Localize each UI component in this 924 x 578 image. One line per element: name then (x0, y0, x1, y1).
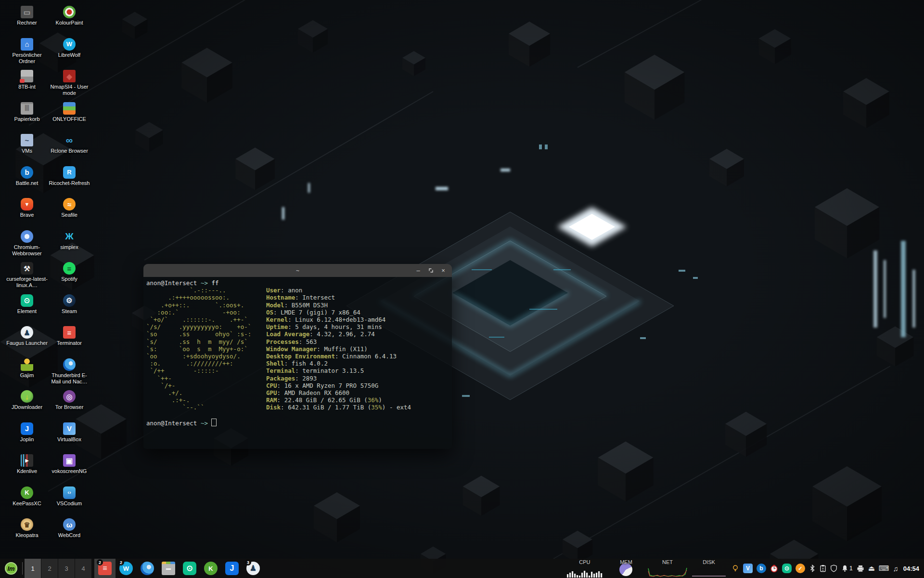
fetch-info-label: Disk (266, 404, 281, 411)
fetch-info-percent: 36% (368, 396, 379, 404)
desktop-icon-papierkorb[interactable]: ⅢPapierkorb (6, 101, 48, 133)
wallpaper-art (0, 0, 924, 578)
fetch-info-line: Model: B550M DS3H (266, 302, 411, 309)
desktop-icon-label: LibreWolf (58, 52, 80, 58)
taskbar-app-element[interactable]: ⊙ (179, 559, 200, 578)
workspace-button-2[interactable]: 2 (41, 559, 58, 578)
desktop-icon-label: Element (17, 308, 37, 315)
desktop-icon-battle-net[interactable]: bBattle.net (6, 165, 48, 197)
desktop-icon-pers-nlicher-ordner[interactable]: ⌂Persönlicher Ordner (6, 37, 48, 69)
desktop-icon-webcord[interactable]: ωWebCord (48, 517, 90, 550)
desktop-icon-rechner[interactable]: ▭Rechner (6, 5, 48, 37)
jdownloader-icon: ↓ (21, 390, 33, 403)
desktop-icon-chromium-webbrowser[interactable]: Chromium-Webbrowser (6, 229, 48, 262)
virtualbox-icon: V (63, 422, 76, 435)
mint-menu-button[interactable]: lm (0, 559, 22, 578)
desktop-icon-label: vokoscreenNG (52, 468, 87, 474)
timer-icon[interactable] (768, 559, 780, 578)
desktop-icon-joplin[interactable]: JJoplin (6, 421, 48, 454)
workspace-button-1[interactable]: 1 (25, 559, 41, 578)
desktop-icon-thunderbird-e-mail-und-nac[interactable]: Thunderbird E-Mail und Nac… (48, 357, 90, 390)
taskbar-app-librewolf[interactable]: 2W (116, 559, 137, 578)
desktop-icon-label: Joplin (20, 436, 34, 443)
prompt-symbol: ~> (201, 420, 208, 427)
monitor-mem[interactable]: MEM (605, 559, 647, 578)
taskbar-app-joplin[interactable]: J (221, 559, 243, 578)
desktop-icon-label: VSCodium (57, 500, 82, 507)
workspace-button-3[interactable]: 3 (58, 559, 75, 578)
curseforge-icon: ⚒ (21, 262, 33, 275)
desktop-icon-vscodium[interactable]: ‹›VSCodium (48, 486, 90, 518)
kolourpaint-icon (63, 6, 76, 18)
bell-icon[interactable]: 1 (839, 559, 855, 578)
printer-icon[interactable] (855, 559, 866, 578)
taskbar-app-terminator[interactable]: 2≡ (94, 559, 116, 578)
bluetooth-icon[interactable] (807, 559, 818, 578)
desktop-icon-jdownloader[interactable]: ↓JDownloader (6, 389, 48, 421)
fetch-info-line: Packages: 2893 (266, 375, 411, 382)
workspace-button-4[interactable]: 4 (75, 559, 91, 578)
music-icon[interactable]: ♫ (891, 559, 900, 578)
seafile-icon[interactable]: ✓ (794, 559, 807, 578)
desktop-icon-curseforge-latest-linux-a[interactable]: ⚒curseforge-latest-linux.A… (6, 261, 48, 293)
lightbulb-icon[interactable] (730, 559, 741, 578)
taskbar-app-keepassxc[interactable]: K (200, 559, 221, 578)
element-icon[interactable]: ⊙ (780, 559, 794, 578)
desktop-icon-kleopatra[interactable]: ♛Kleopatra (6, 517, 48, 550)
desktop-icon-steam[interactable]: ⚙Steam (48, 293, 90, 326)
desktop-icon-element[interactable]: ⊙Element (6, 293, 48, 326)
monitor-cpu[interactable]: CPU (564, 559, 605, 578)
desktop-icon-simplex[interactable]: Жsimplex (48, 229, 90, 262)
desktop-icon-onlyoffice[interactable]: ONLYOFFICE (48, 101, 90, 133)
onlyoffice-icon (63, 102, 76, 115)
clock[interactable]: 04:54 (900, 565, 924, 572)
desktop-icon-vms[interactable]: ~VMs (6, 133, 48, 165)
desktop-icon-brave[interactable]: ▼Brave (6, 197, 48, 229)
minimize-button[interactable]: – (413, 266, 423, 276)
eject-icon[interactable]: ⏏ (866, 559, 877, 578)
terminal-titlebar[interactable]: ~ – × (143, 264, 452, 277)
monitor-net[interactable]: NET (647, 559, 688, 578)
desktop-icon-keepassxc[interactable]: KKeePassXC (6, 486, 48, 518)
keyboard-icon[interactable]: ⌨ (877, 559, 891, 578)
desktop-icon-virtualbox[interactable]: VVirtualBox (48, 421, 90, 454)
maximize-button[interactable] (426, 266, 436, 276)
shield-icon[interactable] (828, 559, 839, 578)
desktop-icon-label: NmapSI4 - User mode (48, 84, 90, 96)
spotify-icon: ≡ (63, 262, 76, 275)
desktop-icon-8tb-int[interactable]: 8TB-int (6, 69, 48, 101)
taskbar-app-files[interactable]: ▬ (158, 559, 179, 578)
window-count-badge: 2 (97, 559, 103, 565)
desktop-icon-rclone-browser[interactable]: ∞Rclone Browser (48, 133, 90, 165)
fetch-info-label: User (266, 287, 281, 294)
desktop-icon-gajim[interactable]: Gajim (6, 357, 48, 390)
desktop-icon-librewolf[interactable]: WLibreWolf (48, 37, 90, 69)
desktop-icon-terminator[interactable]: ≡Terminator (48, 325, 90, 357)
desktop-icon-label: Gajim (20, 372, 34, 379)
fetch-info-label: Kernel (266, 316, 288, 323)
desktop-icon-kdenlive[interactable]: ▶Kdenlive (6, 453, 48, 486)
desktop-icon-kolourpaint[interactable]: KolourPaint (48, 5, 90, 37)
taskbar-app-thunderbird[interactable] (137, 559, 158, 578)
desktop-icon-spotify[interactable]: ≡Spotify (48, 261, 90, 293)
desktop-icon-label: 8TB-int (18, 84, 35, 90)
desktop-icon-tor-browser[interactable]: ◎Tor Browser (48, 389, 90, 421)
monitor-disk[interactable]: DISK (688, 559, 730, 578)
clipboard-icon[interactable] (818, 559, 828, 578)
prompt-user: anon@Intersect (146, 420, 197, 427)
virtualbox-icon[interactable]: V (741, 559, 755, 578)
close-button[interactable]: × (438, 266, 448, 276)
taskbar-app-faugus[interactable]: 3♟ (243, 559, 264, 578)
desktop-icon-label: Spotify (61, 276, 77, 282)
desktop-icon-faugus-launcher[interactable]: ♟Faugus Launcher (6, 325, 48, 357)
desktop-icon-vokoscreenng[interactable]: ▣vokoscreenNG (48, 453, 90, 486)
vms-icon: ~ (21, 134, 33, 146)
battlenet-icon[interactable]: b (755, 559, 768, 578)
desktop-icon-seafile[interactable]: ≈Seafile (48, 197, 90, 229)
desktop-icon-nmapsi4-user-mode[interactable]: ◆NmapSI4 - User mode (48, 69, 90, 101)
desktop-icon-label: Kleopatra (15, 532, 38, 539)
terminal-body[interactable]: anon@Intersect ~> ff `.-::---.. .:++++oo… (143, 277, 452, 449)
librewolf-icon: W (63, 38, 76, 51)
battlenet-icon: b (757, 564, 766, 573)
desktop-icon-ricochet-refresh[interactable]: RRicochet-Refresh (48, 165, 90, 197)
